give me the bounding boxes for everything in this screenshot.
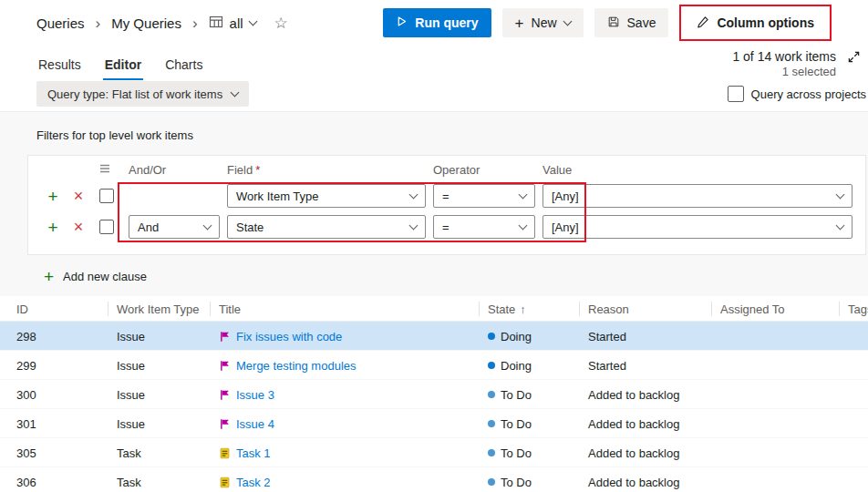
- chevron-down-icon: [248, 16, 257, 26]
- save-button[interactable]: Save: [594, 8, 669, 37]
- breadcrumb-separator-icon: ›: [96, 15, 101, 31]
- query-type-dropdown[interactable]: Query type: Flat list of work items: [36, 81, 249, 107]
- and-or-value: And: [138, 220, 159, 234]
- sort-ascending-icon: ↑: [520, 302, 526, 316]
- cell-title: Issue 4: [210, 409, 479, 438]
- state-label: Doing: [501, 330, 532, 343]
- work-item-link[interactable]: Issue 4: [236, 417, 274, 431]
- and-or-dropdown[interactable]: And: [129, 215, 220, 239]
- filter-clause-row[interactable]: + × And State = [Any]: [28, 214, 865, 240]
- query-grid-icon: [209, 15, 223, 32]
- work-item-link[interactable]: Issue 3: [236, 388, 274, 402]
- results-body: 298 Issue Fix issues with code Doing Sta…: [0, 322, 868, 492]
- tab-editor[interactable]: Editor: [103, 50, 143, 80]
- state-dot-icon: [488, 420, 495, 427]
- field-dropdown[interactable]: Work Item Type: [227, 184, 426, 208]
- column-header-reason[interactable]: Reason: [579, 296, 711, 322]
- new-button[interactable]: + New: [502, 8, 584, 37]
- table-row[interactable]: 306 Task Task 2 To Do Added to backlog: [0, 467, 868, 492]
- query-name-menu[interactable]: all: [209, 15, 256, 32]
- selected-count: 1 selected: [732, 65, 836, 79]
- work-item-link[interactable]: Merge testing modules: [236, 359, 356, 373]
- run-query-button[interactable]: Run query: [383, 8, 491, 37]
- table-row[interactable]: 301 Issue Issue 4 To Do Added to backlog: [0, 409, 868, 438]
- cell-tags: [839, 322, 868, 351]
- save-icon: [607, 15, 620, 31]
- operator-dropdown[interactable]: =: [433, 215, 535, 239]
- breadcrumb-my-queries[interactable]: My Queries: [111, 15, 181, 31]
- cell-reason: Started: [579, 351, 711, 380]
- chevron-down-icon: [836, 190, 845, 199]
- expand-icon[interactable]: [847, 50, 861, 64]
- value-value: [Any]: [552, 220, 579, 234]
- cell-id: 301: [0, 409, 108, 438]
- breadcrumb-queries[interactable]: Queries: [36, 15, 85, 31]
- field-dropdown[interactable]: State: [227, 215, 426, 239]
- column-options-button[interactable]: Column options: [684, 8, 827, 37]
- insert-clause-button[interactable]: +: [45, 188, 61, 205]
- value-value: [Any]: [552, 190, 579, 203]
- operator-value: =: [442, 220, 450, 234]
- operator-dropdown[interactable]: =: [433, 184, 535, 208]
- cell-id: 300: [0, 380, 108, 409]
- value-dropdown[interactable]: [Any]: [542, 215, 852, 239]
- cell-state: Doing: [479, 322, 579, 351]
- work-item-type-icon: [219, 447, 231, 459]
- work-item-type-icon: [219, 331, 231, 343]
- table-row[interactable]: 298 Issue Fix issues with code Doing Sta…: [0, 322, 868, 351]
- cell-assigned-to: [711, 438, 839, 467]
- cell-work-item-type: Task: [108, 438, 210, 467]
- cell-id: 305: [0, 438, 108, 467]
- add-new-clause-button[interactable]: + Add new clause: [44, 268, 147, 285]
- remove-clause-button[interactable]: ×: [70, 188, 87, 204]
- chevron-down-icon: [409, 190, 418, 199]
- filters-title: Filters for top level work items: [36, 128, 868, 142]
- cell-title: Issue 3: [210, 380, 479, 409]
- cell-assigned-to: [711, 380, 839, 409]
- grip-icon: [99, 163, 110, 177]
- cell-assigned-to: [711, 409, 839, 438]
- tabs-row: Results Editor Charts 1 of 14 work items…: [0, 46, 868, 80]
- work-item-type-icon: [219, 389, 231, 401]
- column-header-field: Field*: [227, 163, 426, 177]
- column-header-work-item-type[interactable]: Work Item Type: [108, 296, 210, 322]
- clause-checkbox[interactable]: [99, 220, 114, 234]
- work-item-link[interactable]: Fix issues with code: [236, 330, 342, 343]
- table-row[interactable]: 305 Task Task 1 To Do Added to backlog: [0, 438, 868, 467]
- state-dot-icon: [488, 362, 495, 369]
- remove-clause-button[interactable]: ×: [70, 219, 87, 235]
- cell-assigned-to: [711, 467, 839, 492]
- cell-work-item-type: Issue: [108, 409, 210, 438]
- column-options-label: Column options: [717, 15, 814, 30]
- state-label: To Do: [501, 417, 532, 431]
- value-dropdown[interactable]: [Any]: [542, 184, 852, 208]
- new-label: New: [532, 15, 557, 30]
- filter-clause-row[interactable]: + × Work Item Type = [Any]: [28, 183, 865, 209]
- favorite-star-icon[interactable]: ☆: [274, 14, 288, 33]
- query-across-projects-label: Query across projects: [751, 87, 866, 101]
- checkbox-icon: [728, 86, 744, 102]
- insert-clause-button[interactable]: +: [45, 219, 61, 236]
- query-name: all: [230, 15, 243, 31]
- top-bar: Queries › My Queries › all ☆ Run query: [0, 0, 868, 46]
- column-header-id[interactable]: ID: [0, 296, 108, 322]
- play-icon: [396, 15, 408, 30]
- column-header-and-or: And/Or: [129, 163, 220, 177]
- work-item-link[interactable]: Task 1: [236, 446, 271, 460]
- cell-tags: [839, 409, 868, 438]
- query-across-projects-checkbox[interactable]: Query across projects: [728, 86, 866, 102]
- work-item-type-icon: [219, 418, 231, 430]
- tab-results[interactable]: Results: [36, 50, 83, 80]
- column-header-tags[interactable]: Tags: [839, 296, 868, 322]
- work-item-link[interactable]: Task 2: [236, 476, 271, 489]
- column-header-title[interactable]: Title: [210, 296, 479, 322]
- work-item-count: 1 of 14 work items: [732, 49, 836, 65]
- clause-checkbox[interactable]: [99, 189, 114, 203]
- table-row[interactable]: 299 Issue Merge testing modules Doing St…: [0, 351, 868, 380]
- column-header-assigned-to[interactable]: Assigned To: [711, 296, 839, 322]
- field-value: State: [236, 220, 264, 234]
- state-label: To Do: [501, 388, 532, 402]
- table-row[interactable]: 300 Issue Issue 3 To Do Added to backlog: [0, 380, 868, 409]
- tab-charts[interactable]: Charts: [163, 50, 204, 80]
- column-header-state[interactable]: State ↑: [479, 296, 579, 322]
